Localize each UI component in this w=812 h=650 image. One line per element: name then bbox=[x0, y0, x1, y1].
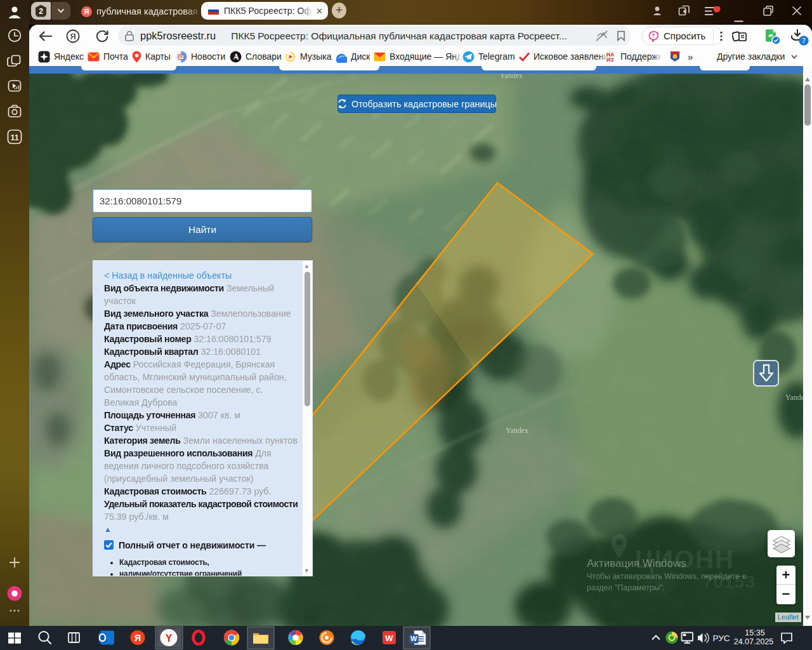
svg-text:11: 11 bbox=[10, 133, 18, 142]
svg-text:?: ? bbox=[652, 32, 655, 39]
svg-text:W: W bbox=[385, 633, 393, 643]
svg-text:ИЗ: ИЗ bbox=[606, 56, 613, 62]
svg-text:24.07.2025: 24.07.2025 bbox=[734, 637, 774, 646]
svg-text:Я: Я bbox=[134, 633, 141, 643]
svg-text:7: 7 bbox=[802, 37, 806, 44]
svg-text:Я: Я bbox=[70, 32, 75, 41]
svg-text:РУС: РУС bbox=[712, 633, 730, 643]
svg-text:W: W bbox=[410, 635, 417, 642]
svg-text:15:35: 15:35 bbox=[745, 628, 764, 637]
svg-text:Y: Y bbox=[166, 633, 173, 644]
